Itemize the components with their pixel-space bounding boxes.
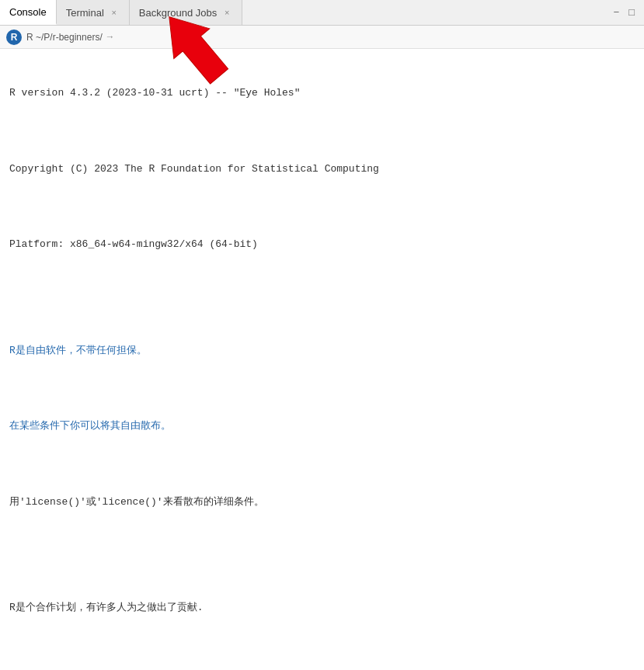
tab-console[interactable]: Console: [0, 0, 57, 25]
startup-line1: R version 4.3.2 (2023-10-31 ucrt) -- "Ey…: [9, 85, 635, 101]
tab-terminal-close[interactable]: ×: [109, 7, 120, 18]
tab-terminal-label: Terminal: [66, 7, 104, 19]
r-logo: R: [6, 30, 22, 45]
tab-background-jobs-close[interactable]: ×: [221, 7, 232, 18]
startup-line3: Platform: x86_64-w64-mingw32/x64 (64-bit…: [9, 237, 635, 252]
startup-line2: Copyright (C) 2023 The R Foundation for …: [9, 161, 635, 177]
minimize-button[interactable]: −: [610, 5, 622, 20]
console-content[interactable]: R version 4.3.2 (2023-10-31 ucrt) -- "Ey…: [0, 49, 644, 670]
tab-bar-actions: − □: [604, 0, 644, 25]
tab-bar: Console Terminal × Background Jobs × − □: [0, 0, 644, 26]
tab-console-label: Console: [9, 6, 47, 18]
tab-background-jobs[interactable]: Background Jobs ×: [130, 0, 242, 25]
chinese-line5: R是个合作计划，有许多人为之做出了贡献.: [9, 600, 635, 616]
tab-background-jobs-label: Background Jobs: [139, 7, 217, 19]
maximize-button[interactable]: □: [625, 5, 638, 20]
tab-terminal[interactable]: Terminal ×: [57, 0, 130, 25]
chinese-line1: R是自由软件，不带任何担保。: [9, 343, 635, 359]
chinese-line3: 用'license()'或'licence()'来看散布的详细条件。: [9, 495, 635, 510]
chinese-line2: 在某些条件下你可以将其自由散布。: [9, 418, 635, 434]
path-bar: R R ~/P/r-beginners/ →: [0, 26, 644, 49]
path-arrow: →: [107, 32, 113, 43]
path-text: R ~/P/r-beginners/: [26, 32, 103, 43]
